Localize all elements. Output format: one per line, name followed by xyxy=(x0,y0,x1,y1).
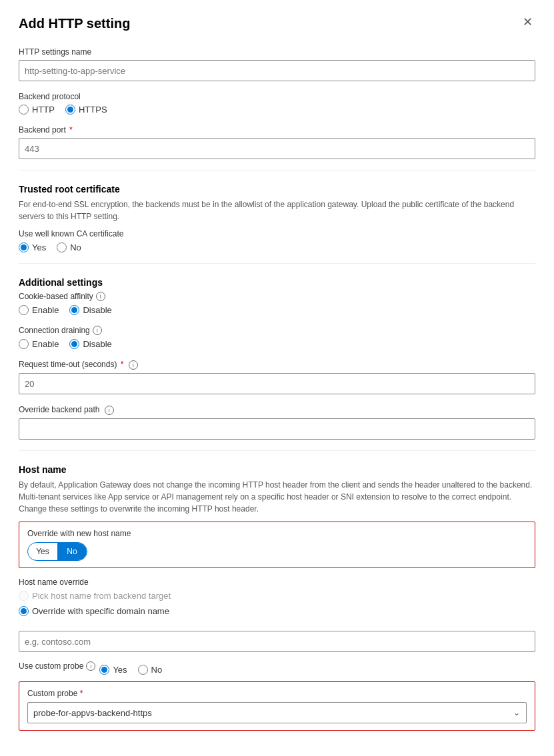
cookie-affinity-disable-option[interactable]: Disable xyxy=(69,305,111,315)
custom-probe-label: Custom probe * xyxy=(27,689,527,698)
override-backend-path-label: Override backend path i xyxy=(19,405,535,415)
cookie-affinity-enable-label: Enable xyxy=(32,305,59,315)
use-custom-probe-no-label: No xyxy=(151,665,163,675)
backend-protocol-group: Backend protocol HTTP HTTPS xyxy=(19,92,535,115)
use-custom-probe-yes-label: Yes xyxy=(113,665,127,675)
additional-settings-title: Additional settings xyxy=(19,277,535,288)
cookie-affinity-group: Cookie-based affinity i Enable Disable xyxy=(19,292,535,315)
override-backend-path-info-icon[interactable]: i xyxy=(105,406,114,415)
trusted-root-cert-section: Trusted root certificate For end-to-end … xyxy=(19,184,535,252)
connection-draining-label: Connection draining i xyxy=(19,326,535,335)
use-custom-probe-radio-group: Yes No xyxy=(99,665,162,675)
override-domain-option[interactable]: Override with specific domain name xyxy=(19,606,169,616)
custom-probe-select-wrapper: probe-for-appvs-backend-https ⌄ xyxy=(27,702,527,723)
use-custom-probe-info-icon[interactable]: i xyxy=(86,661,95,671)
close-button[interactable]: ✕ xyxy=(520,16,535,28)
well-known-ca-label: Use well known CA certificate xyxy=(19,229,535,238)
use-custom-probe-label: Use custom probe i xyxy=(19,661,95,671)
http-settings-name-input[interactable] xyxy=(19,60,535,81)
connection-draining-disable-label: Disable xyxy=(83,339,111,349)
well-known-ca-yes-option[interactable]: Yes xyxy=(19,242,46,252)
connection-draining-enable-radio[interactable] xyxy=(19,339,29,349)
override-host-name-box: Override with new host name Yes No xyxy=(19,522,535,568)
divider-1 xyxy=(19,170,535,171)
backend-protocol-https-option[interactable]: HTTPS xyxy=(65,105,107,115)
cookie-affinity-disable-radio[interactable] xyxy=(69,305,79,315)
backend-protocol-label: Backend protocol xyxy=(19,92,535,101)
backend-protocol-https-label: HTTPS xyxy=(79,105,107,115)
backend-protocol-https-radio[interactable] xyxy=(65,105,75,115)
connection-draining-enable-option[interactable]: Enable xyxy=(19,339,59,349)
backend-protocol-radio-group: HTTP HTTPS xyxy=(19,105,535,115)
http-settings-name-group: HTTP settings name xyxy=(19,47,535,81)
host-name-override-radio-group: Pick host name from backend target Overr… xyxy=(19,591,535,616)
backend-port-group: Backend port * xyxy=(19,125,535,159)
panel-title: Add HTTP setting xyxy=(19,16,130,31)
request-timeout-group: Request time-out (seconds) * i xyxy=(19,360,535,394)
override-domain-label: Override with specific domain name xyxy=(32,606,169,616)
well-known-ca-yes-label: Yes xyxy=(32,242,46,252)
override-host-name-toggle[interactable]: Yes No xyxy=(27,542,87,561)
domain-name-input[interactable] xyxy=(19,631,535,652)
http-settings-name-label: HTTP settings name xyxy=(19,47,535,57)
connection-draining-enable-label: Enable xyxy=(32,339,59,349)
use-custom-probe-group: Use custom probe i Yes No xyxy=(19,661,535,675)
cookie-affinity-label: Cookie-based affinity i xyxy=(19,292,535,301)
host-name-desc: By default, Application Gateway does not… xyxy=(19,479,535,515)
pick-backend-radio[interactable] xyxy=(19,591,29,601)
override-domain-radio[interactable] xyxy=(19,606,29,616)
use-custom-probe-yes-radio[interactable] xyxy=(99,665,109,675)
custom-probe-select[interactable]: probe-for-appvs-backend-https xyxy=(27,702,527,723)
host-name-override-section: Host name override Pick host name from b… xyxy=(19,577,535,616)
well-known-ca-yes-radio[interactable] xyxy=(19,242,29,252)
host-name-title: Host name xyxy=(19,464,535,475)
request-timeout-input[interactable] xyxy=(19,373,535,394)
use-custom-probe-no-option[interactable]: No xyxy=(138,665,163,675)
host-name-section: Host name By default, Application Gatewa… xyxy=(19,464,535,661)
host-name-override-label: Host name override xyxy=(19,577,535,587)
well-known-ca-no-label: No xyxy=(70,242,81,252)
trusted-root-cert-desc: For end-to-end SSL encryption, the backe… xyxy=(19,198,535,222)
request-timeout-info-icon[interactable]: i xyxy=(129,360,138,370)
override-backend-path-group: Override backend path i xyxy=(19,405,535,440)
well-known-ca-radio-group: Yes No xyxy=(19,242,535,252)
backend-protocol-http-option[interactable]: HTTP xyxy=(19,105,55,115)
backend-protocol-http-radio[interactable] xyxy=(19,105,29,115)
backend-port-input[interactable] xyxy=(19,138,535,159)
custom-probe-box: Custom probe * probe-for-appvs-backend-h… xyxy=(19,681,535,731)
divider-2 xyxy=(19,263,535,264)
use-custom-probe-yes-option[interactable]: Yes xyxy=(99,665,127,675)
panel-header: Add HTTP setting ✕ xyxy=(19,16,535,31)
request-timeout-label: Request time-out (seconds) * i xyxy=(19,360,535,370)
cookie-affinity-disable-label: Disable xyxy=(83,305,111,315)
additional-settings-section: Additional settings Cookie-based affinit… xyxy=(19,277,535,440)
pick-backend-label: Pick host name from backend target xyxy=(32,591,171,601)
well-known-ca-group: Use well known CA certificate Yes No xyxy=(19,229,535,252)
connection-draining-disable-radio[interactable] xyxy=(69,339,79,349)
backend-protocol-http-label: HTTP xyxy=(32,105,55,115)
cookie-affinity-enable-option[interactable]: Enable xyxy=(19,305,59,315)
override-backend-path-input[interactable] xyxy=(19,418,535,440)
use-custom-probe-no-radio[interactable] xyxy=(138,665,148,675)
override-host-name-label: Override with new host name xyxy=(27,529,527,538)
backend-port-label: Backend port * xyxy=(19,125,535,135)
trusted-root-cert-title: Trusted root certificate xyxy=(19,184,535,194)
well-known-ca-no-option[interactable]: No xyxy=(57,242,81,252)
connection-draining-radio-group: Enable Disable xyxy=(19,339,535,349)
connection-draining-group: Connection draining i Enable Disable xyxy=(19,326,535,349)
cookie-affinity-radio-group: Enable Disable xyxy=(19,305,535,315)
cookie-affinity-enable-radio[interactable] xyxy=(19,305,29,315)
connection-draining-info-icon[interactable]: i xyxy=(93,326,102,335)
pick-backend-option[interactable]: Pick host name from backend target xyxy=(19,591,171,601)
cookie-affinity-info-icon[interactable]: i xyxy=(96,292,105,301)
toggle-yes-option[interactable]: Yes xyxy=(28,543,57,560)
divider-3 xyxy=(19,450,535,451)
well-known-ca-no-radio[interactable] xyxy=(57,242,67,252)
toggle-no-option[interactable]: No xyxy=(57,543,87,560)
connection-draining-disable-option[interactable]: Disable xyxy=(69,339,111,349)
add-http-setting-panel: Add HTTP setting ✕ HTTP settings name Ba… xyxy=(0,0,554,756)
